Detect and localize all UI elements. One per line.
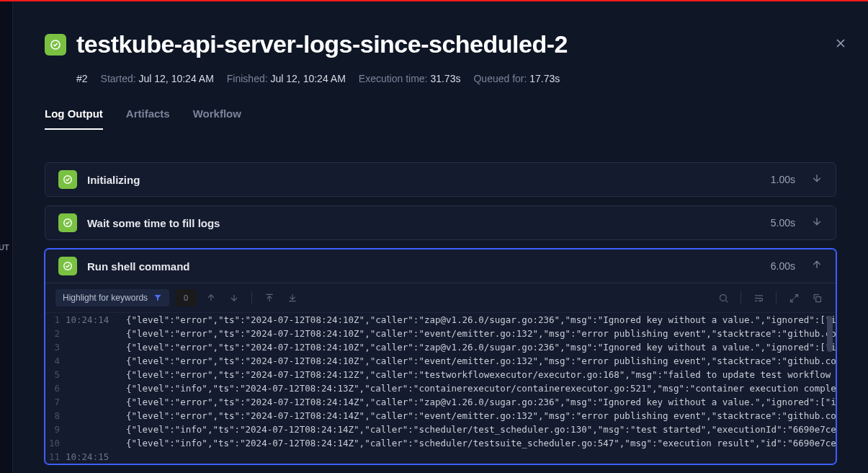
tab-log-output[interactable]: Log Output [45, 107, 103, 130]
step-body: Highlight for keywords 0 [45, 283, 836, 464]
log-line[interactable]: 110:24:14{"level":"error","ts":"2024-07-… [45, 313, 836, 327]
line-timestamp [66, 409, 116, 423]
line-timestamp [66, 395, 116, 409]
line-message: {"level":"info","ts":"2024-07-12T08:24:1… [116, 381, 836, 395]
scroll-top-button[interactable] [261, 289, 278, 306]
search-button[interactable] [715, 289, 732, 306]
line-timestamp [66, 368, 116, 381]
line-message: {"level":"error","ts":"2024-07-12T08:24:… [116, 340, 836, 354]
copy-icon [812, 293, 823, 304]
step-initializing: Initializing 1.00s [45, 162, 836, 197]
svg-point-4 [720, 294, 726, 301]
line-timestamp: 10:24:15 [66, 450, 116, 464]
arrow-down-icon [229, 293, 239, 303]
line-number: 5 [45, 368, 66, 381]
chevron-down-icon [811, 172, 823, 187]
tabs: Log Output Artifacts Workflow [45, 107, 836, 131]
line-timestamp [66, 327, 116, 340]
modal-header: testkube-api-server-logs-since-scheduled… [13, 30, 868, 131]
highlight-keywords-button[interactable]: Highlight for keywords [55, 289, 169, 306]
line-timestamp [66, 436, 116, 450]
step-run-shell: Run shell command 6.00s Highlight for ke… [45, 249, 836, 464]
log-line[interactable]: 1110:24:15 [45, 450, 836, 464]
log-line[interactable]: 4{"level":"error","ts":"2024-07-12T08:24… [45, 354, 836, 368]
line-number: 11 [45, 450, 66, 464]
close-button[interactable] [831, 33, 851, 53]
svg-rect-5 [815, 296, 820, 301]
log-line[interactable]: 10{"level":"info","ts":"2024-07-12T08:24… [45, 436, 836, 450]
step-name: Run shell command [87, 260, 761, 273]
log-line[interactable]: 5{"level":"error","ts":"2024-07-12T08:24… [45, 368, 836, 381]
scrollbar-thumb[interactable] [827, 316, 833, 352]
prev-match-button[interactable] [202, 289, 220, 306]
run-number: #2 [76, 73, 88, 84]
check-circle-icon [63, 261, 73, 271]
line-number: 10 [45, 436, 66, 450]
search-icon [718, 293, 729, 304]
log-content: 110:24:14{"level":"error","ts":"2024-07-… [45, 313, 836, 464]
line-message: {"level":"error","ts":"2024-07-12T08:24:… [116, 395, 836, 409]
close-icon [833, 36, 848, 50]
sidebar-label-fragment: UT [0, 243, 9, 252]
next-match-button[interactable] [225, 289, 243, 306]
filter-icon [153, 293, 162, 302]
line-timestamp [66, 381, 116, 395]
line-message: {"level":"error","ts":"2024-07-12T08:24:… [116, 327, 836, 340]
line-message: {"level":"info","ts":"2024-07-12T08:24:1… [116, 423, 836, 436]
copy-button[interactable] [808, 289, 826, 306]
log-scroll-area[interactable]: 110:24:14{"level":"error","ts":"2024-07-… [45, 313, 836, 464]
check-circle-icon [63, 174, 73, 185]
wrap-lines-button[interactable] [750, 289, 767, 306]
tab-workflow[interactable]: Workflow [193, 107, 241, 130]
line-number: 8 [45, 409, 66, 423]
exec-time-meta: Execution time: 31.73s [359, 73, 461, 84]
line-number: 6 [45, 381, 66, 395]
toolbar-divider [251, 291, 252, 304]
step-header[interactable]: Wait some time to fill logs 5.00s [45, 206, 836, 239]
page-title: testkube-api-server-logs-since-scheduled… [76, 30, 568, 58]
expand-icon [789, 293, 800, 304]
title-row: testkube-api-server-logs-since-scheduled… [45, 30, 836, 58]
toolbar-divider [776, 291, 777, 304]
scroll-bottom-icon [287, 293, 297, 303]
background-sidebar: UT [0, 1, 13, 473]
meta-row: #2 Started: Jul 12, 10:24 AM Finished: J… [45, 73, 836, 84]
execution-detail-modal: testkube-api-server-logs-since-scheduled… [13, 1, 868, 473]
check-circle-icon [63, 218, 73, 228]
fullscreen-button[interactable] [785, 289, 802, 306]
toolbar-divider [741, 291, 741, 304]
check-circle-icon [50, 39, 61, 50]
chevron-up-icon [811, 259, 823, 273]
step-duration: 6.00s [771, 260, 795, 272]
line-message [116, 450, 126, 464]
line-message: {"level":"error","ts":"2024-07-12T08:24:… [116, 368, 836, 381]
scroll-bottom-button[interactable] [284, 289, 301, 306]
step-status-success [58, 170, 77, 189]
tab-artifacts[interactable]: Artifacts [126, 107, 170, 130]
line-number: 4 [45, 354, 66, 368]
scroll-top-icon [264, 293, 274, 303]
line-message: {"level":"error","ts":"2024-07-12T08:24:… [116, 354, 836, 368]
line-timestamp [66, 340, 116, 354]
line-number: 1 [45, 313, 66, 327]
log-line[interactable]: 3{"level":"error","ts":"2024-07-12T08:24… [45, 340, 836, 354]
log-line[interactable]: 2{"level":"error","ts":"2024-07-12T08:24… [45, 327, 836, 340]
line-timestamp [66, 354, 116, 368]
log-toolbar: Highlight for keywords 0 [45, 283, 836, 313]
started-meta: Started: Jul 12, 10:24 AM [101, 73, 214, 84]
line-number: 9 [45, 423, 66, 436]
log-line[interactable]: 8{"level":"error","ts":"2024-07-12T08:24… [45, 409, 836, 423]
log-line[interactable]: 6{"level":"info","ts":"2024-07-12T08:24:… [45, 381, 836, 395]
log-line[interactable]: 9{"level":"info","ts":"2024-07-12T08:24:… [45, 423, 836, 436]
step-header[interactable]: Initializing 1.00s [45, 163, 836, 196]
step-header[interactable]: Run shell command 6.00s [45, 249, 836, 283]
steps-list: Initializing 1.00s Wait some time to fil… [13, 162, 868, 464]
wrap-icon [753, 293, 764, 304]
line-number: 3 [45, 340, 66, 354]
highlight-label: Highlight for keywords [63, 293, 148, 303]
line-message: {"level":"error","ts":"2024-07-12T08:24:… [116, 409, 836, 423]
line-number: 7 [45, 395, 66, 409]
line-timestamp: 10:24:14 [66, 313, 116, 327]
step-name: Wait some time to fill logs [87, 217, 761, 229]
log-line[interactable]: 7{"level":"error","ts":"2024-07-12T08:24… [45, 395, 836, 409]
